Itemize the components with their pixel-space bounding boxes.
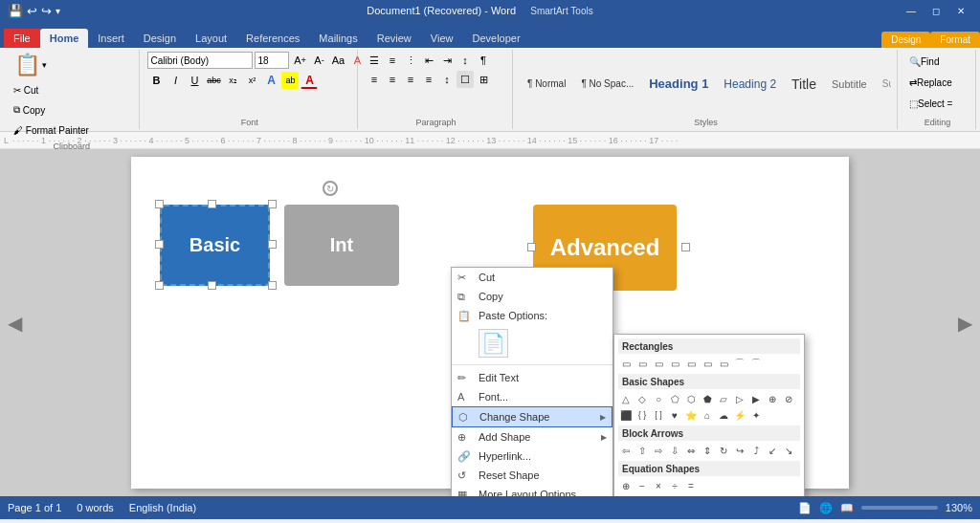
sp-shape[interactable]: ⌂ <box>700 407 715 423</box>
sp-shape[interactable]: ↘ <box>781 443 796 458</box>
sp-shape[interactable]: ▭ <box>635 356 650 371</box>
sp-shape[interactable]: ▷ <box>732 391 747 406</box>
style-subtitle[interactable]: Subtitle <box>825 71 874 98</box>
sp-shape[interactable]: △ <box>618 391 634 406</box>
sp-shape[interactable]: ▭ <box>651 356 666 371</box>
page-prev-button[interactable]: ◀ <box>8 312 22 335</box>
style-heading1[interactable]: Heading 1 <box>642 71 715 98</box>
sp-shape[interactable]: ▭ <box>618 356 634 371</box>
save-icon[interactable]: 💾 <box>8 4 23 18</box>
style-subtle-em[interactable]: Subtle Em... <box>876 71 891 98</box>
tab-mailings[interactable]: Mailings <box>309 29 367 48</box>
handle-mr[interactable] <box>268 240 277 249</box>
sp-shape[interactable]: ▭ <box>700 356 715 371</box>
sp-shape[interactable]: ⭐ <box>683 407 699 423</box>
minimize-button[interactable]: — <box>900 3 923 18</box>
page-next-button[interactable]: ▶ <box>958 312 972 335</box>
align-center-button[interactable]: ≡ <box>384 71 401 88</box>
sp-shape[interactable]: ↻ <box>716 443 731 458</box>
underline-button[interactable]: U <box>186 72 203 89</box>
cm-change-shape[interactable]: ⬡ Change Shape <box>452 406 612 427</box>
handle-br[interactable] <box>268 281 277 290</box>
sp-shape[interactable]: ▭ <box>683 356 699 371</box>
sp-shape[interactable]: ⊘ <box>781 391 796 406</box>
sp-shape[interactable]: ⌒ <box>748 356 764 371</box>
sp-shape[interactable]: ⚡ <box>732 407 747 423</box>
handle-tm[interactable] <box>208 200 216 208</box>
copy-button[interactable]: ⧉ Copy <box>10 100 93 120</box>
tab-layout[interactable]: Layout <box>186 29 236 48</box>
handle-tl[interactable] <box>155 200 164 208</box>
sp-shape[interactable]: ↪ <box>732 443 747 458</box>
font-color-button[interactable]: A <box>301 72 318 89</box>
borders-button[interactable]: ⊞ <box>475 71 492 88</box>
sp-shape[interactable]: ⊕ <box>765 391 780 406</box>
sp-shape[interactable]: ⬡ <box>683 391 699 406</box>
sp-shape[interactable]: × <box>651 478 666 493</box>
sp-shape[interactable]: ♥ <box>667 407 682 423</box>
sort-button[interactable]: ↕ <box>457 52 474 69</box>
select-button[interactable]: ⬚ Select = <box>905 94 956 113</box>
zoom-slider[interactable] <box>861 506 938 510</box>
view-print-icon[interactable]: 📄 <box>798 502 812 514</box>
tab-review[interactable]: Review <box>368 29 421 48</box>
redo-icon[interactable]: ↪ <box>41 4 52 18</box>
cm-copy[interactable]: ⧉ Copy <box>452 287 612 306</box>
italic-button[interactable]: I <box>167 72 184 89</box>
sp-shape[interactable]: [ ] <box>651 407 666 423</box>
tab-home[interactable]: Home <box>40 29 89 48</box>
paste-button[interactable]: 📋 ▾ <box>10 52 57 78</box>
view-web-icon[interactable]: 🌐 <box>819 502 833 514</box>
cm-paste-options[interactable]: 📋 Paste Options: <box>452 306 612 325</box>
sp-shape[interactable]: ▭ <box>716 356 731 371</box>
tab-file[interactable]: File <box>4 29 40 48</box>
handle-advanced-left[interactable] <box>527 243 536 251</box>
shape-int[interactable]: Int <box>284 205 399 286</box>
sp-shape[interactable]: ⇔ <box>683 443 699 458</box>
tab-smartart-format[interactable]: Format <box>930 32 980 48</box>
style-normal[interactable]: ¶ Normal <box>521 71 572 98</box>
style-nospace[interactable]: ¶ No Spac... <box>574 71 640 98</box>
sp-shape[interactable]: ⌒ <box>732 356 747 371</box>
cm-font[interactable]: A Font... <box>452 387 612 406</box>
tab-references[interactable]: References <box>236 29 309 48</box>
bullets-button[interactable]: ☰ <box>366 52 383 69</box>
superscript-button[interactable]: x² <box>243 72 260 89</box>
tab-insert[interactable]: Insert <box>88 29 134 48</box>
numbering-button[interactable]: ≡ <box>384 52 401 69</box>
sp-shape[interactable]: ▭ <box>667 356 682 371</box>
sp-shape[interactable]: = <box>683 478 699 493</box>
find-button[interactable]: 🔍 Find <box>905 52 943 71</box>
cm-cut[interactable]: ✂ Cut <box>452 268 612 287</box>
cm-edit-text[interactable]: ✏ Edit Text <box>452 368 612 387</box>
cut-button[interactable]: ✂ Cut <box>10 80 93 99</box>
font-size-input[interactable] <box>255 52 289 69</box>
tab-design[interactable]: Design <box>134 29 186 48</box>
sp-shape[interactable]: ⬠ <box>667 391 682 406</box>
sp-shape[interactable]: ⬟ <box>700 391 715 406</box>
sp-shape[interactable]: ⊕ <box>618 478 634 493</box>
bold-button[interactable]: B <box>147 72 165 89</box>
shape-basic[interactable]: Basic <box>160 205 270 286</box>
sp-shape[interactable]: ⇦ <box>618 443 634 458</box>
sp-shape[interactable]: ⬛ <box>618 407 634 423</box>
rotate-handle[interactable]: ↻ <box>323 181 338 196</box>
sp-shape[interactable]: ↙ <box>765 443 780 458</box>
restore-button[interactable]: ◻ <box>924 3 947 18</box>
shading-button[interactable]: ☐ <box>457 71 474 88</box>
font-shrink-button[interactable]: A- <box>310 52 327 69</box>
text-effects-button[interactable]: A <box>262 72 279 89</box>
sp-shape[interactable]: − <box>635 478 650 493</box>
decrease-indent-button[interactable]: ⇤ <box>420 52 437 69</box>
sp-shape[interactable]: ☁ <box>716 407 731 423</box>
cm-more-layout[interactable]: ▦ More Layout Options... <box>452 485 612 496</box>
tab-smartart-design[interactable]: Design <box>881 32 930 48</box>
replace-button[interactable]: ⇄ Replace <box>905 73 956 92</box>
increase-indent-button[interactable]: ⇥ <box>438 52 456 69</box>
justify-button[interactable]: ≡ <box>420 71 437 88</box>
style-title[interactable]: Title <box>785 71 823 98</box>
cm-add-shape[interactable]: ⊕ Add Shape <box>452 427 612 447</box>
text-highlight-button[interactable]: ab <box>281 72 299 89</box>
handle-bl[interactable] <box>155 281 164 290</box>
sp-shape[interactable]: ◇ <box>635 391 650 406</box>
